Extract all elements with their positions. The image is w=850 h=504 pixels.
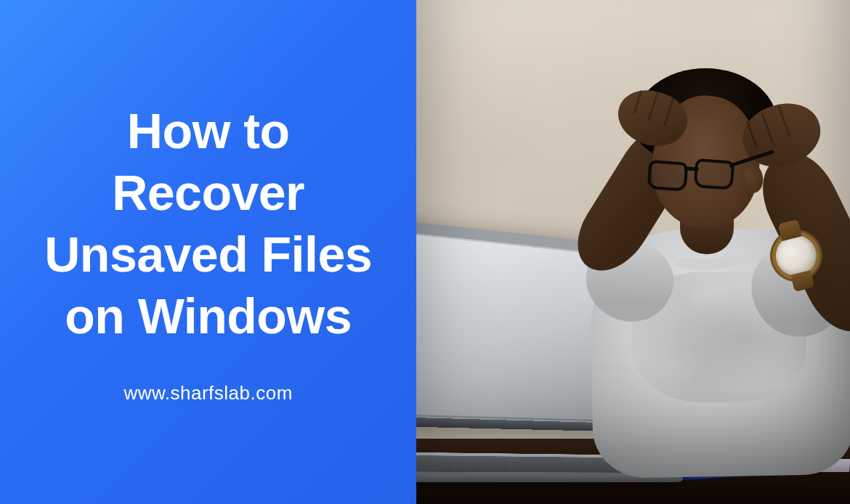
article-banner: How to Recover Unsaved Files on Windows …: [0, 0, 850, 504]
hero-image: [416, 0, 850, 504]
glasses-icon: [648, 160, 741, 190]
banner-headline: How to Recover Unsaved Files on Windows: [44, 100, 372, 347]
website-url: www.sharfslab.com: [124, 382, 292, 405]
person-illustration: [588, 54, 850, 460]
title-panel: How to Recover Unsaved Files on Windows …: [0, 0, 416, 504]
